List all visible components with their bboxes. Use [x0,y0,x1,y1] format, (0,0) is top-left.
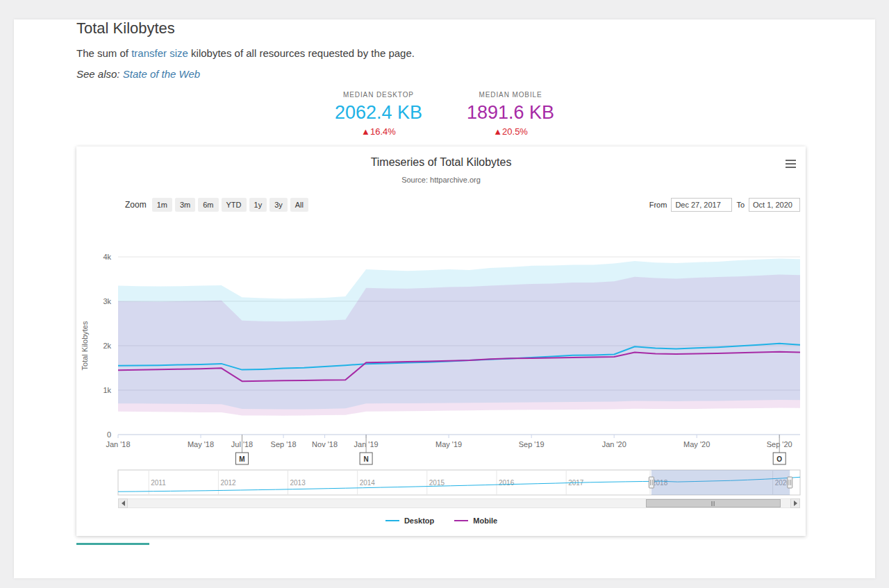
navigator-year-label: 2016 [499,479,515,487]
x-axis-label: Jan '18 [106,440,130,448]
to-date-input[interactable] [749,198,800,212]
navigator-year-label: 2015 [429,479,445,487]
legend-label: Mobile [473,516,497,525]
x-axis-label: May '18 [188,440,214,448]
chart-title: Timeseries of Total Kilobytes [76,156,806,169]
see-also-label: See also: [76,68,123,80]
page-description: The sum of transfer size kilobytes of al… [76,47,875,59]
report-page: Total Kilobytes The sum of transfer size… [14,19,875,578]
zoom-button-group: Zoom 1m 3m 6m YTD 1y 3y All [125,198,308,212]
metric-mobile-delta: ▲20.5% [467,126,554,137]
x-axis-label: Nov '18 [312,440,338,448]
y-axis-label: 1k [103,386,111,394]
from-date-input[interactable] [671,198,732,212]
scrollbar-right-button[interactable] [790,498,800,508]
hamburger-icon [786,167,796,168]
metric-mobile: MEDIAN MOBILE 1891.6 KB ▲20.5% [467,91,554,137]
chart-scrollbar[interactable] [118,498,800,508]
description-suffix: kilobytes of all resources requested by … [188,47,415,59]
date-range-group: From To [649,198,800,212]
navigator-year-label: 2012 [220,479,236,487]
zoom-button-1y[interactable]: 1y [249,198,267,212]
chart-legend: DesktopMobile [76,516,806,525]
legend-line-icon [454,517,469,524]
flag-N-label: N [363,455,368,463]
flag-O-label: O [776,455,782,463]
description-prefix: The sum of [76,47,131,59]
y-axis-title: Total Kilobytes [81,321,89,370]
hamburger-icon [786,163,796,165]
metric-desktop-value: 2062.4 KB [335,102,422,124]
metric-mobile-label: MEDIAN MOBILE [467,91,554,99]
x-axis-label: May '19 [435,440,462,448]
legend-line-icon [385,517,400,524]
y-axis-label: 3k [103,297,111,305]
to-label: To [736,201,745,209]
zoom-button-3y[interactable]: 3y [269,198,288,212]
legend-label: Desktop [404,516,434,525]
flag-M-label: M [239,455,244,463]
chart-context-menu-button[interactable] [784,156,796,171]
x-axis-label: Sep '19 [519,440,545,448]
y-axis-label: 0 [107,430,111,439]
metric-mobile-value: 1891.6 KB [467,102,554,124]
zoom-button-6m[interactable]: 6m [198,198,218,212]
transfer-size-link[interactable]: transfer size [131,47,188,59]
legend-item-desktop[interactable]: Desktop [385,516,434,525]
x-axis-label: Jan '20 [602,440,626,448]
zoom-button-1m[interactable]: 1m [152,198,172,212]
y-axis-label: 4k [103,253,111,261]
metric-summary: MEDIAN DESKTOP 2062.4 KB ▲16.4% MEDIAN M… [14,91,875,137]
navigator-year-label: 2013 [290,479,306,487]
scrollbar-thumb[interactable] [646,499,781,507]
scrollbar-left-button[interactable] [118,498,128,508]
zoom-button-all[interactable]: All [290,198,308,212]
metric-desktop-label: MEDIAN DESKTOP [335,91,422,99]
left-arrow-icon [122,501,125,506]
navigator-year-label: 2011 [151,479,166,487]
grip-icon [713,501,713,506]
navigator-year-label: 2014 [360,479,376,487]
zoom-button-3m[interactable]: 3m [175,198,195,212]
metric-desktop: MEDIAN DESKTOP 2062.4 KB ▲16.4% [335,91,422,137]
hamburger-icon [786,160,796,161]
navigator-left-handle[interactable] [649,477,654,488]
navigator-selected-range[interactable] [651,470,790,495]
section-divider [76,543,149,545]
chart-subtitle: Source: httparchive.org [76,176,806,185]
metric-desktop-delta: ▲16.4% [335,126,422,137]
navigator-right-handle[interactable] [788,477,792,488]
scrollbar-track[interactable] [128,498,790,508]
chart-toolbar: Zoom 1m 3m 6m YTD 1y 3y All From To [125,197,800,212]
x-axis-label: Sep '18 [271,440,297,448]
see-also: See also: State of the Web [76,68,875,80]
legend-item-mobile[interactable]: Mobile [454,516,497,525]
timeseries-plot: 01k2k3k4kJan '18May '18Jul '18Sep '18Nov… [76,247,806,467]
x-axis-label: May '20 [683,440,710,448]
timeseries-chart-card: Timeseries of Total Kilobytes Source: ht… [76,146,806,536]
page-title: Total Kilobytes [76,19,875,37]
right-arrow-icon [794,501,797,506]
from-label: From [649,201,667,209]
y-axis-label: 2k [103,342,111,350]
zoom-label: Zoom [125,200,147,210]
state-of-the-web-link[interactable]: State of the Web [123,68,200,80]
zoom-button-ytd[interactable]: YTD [222,198,247,212]
navigator-mini-chart[interactable]: 201120122013201420152016201720182020 [76,469,806,497]
